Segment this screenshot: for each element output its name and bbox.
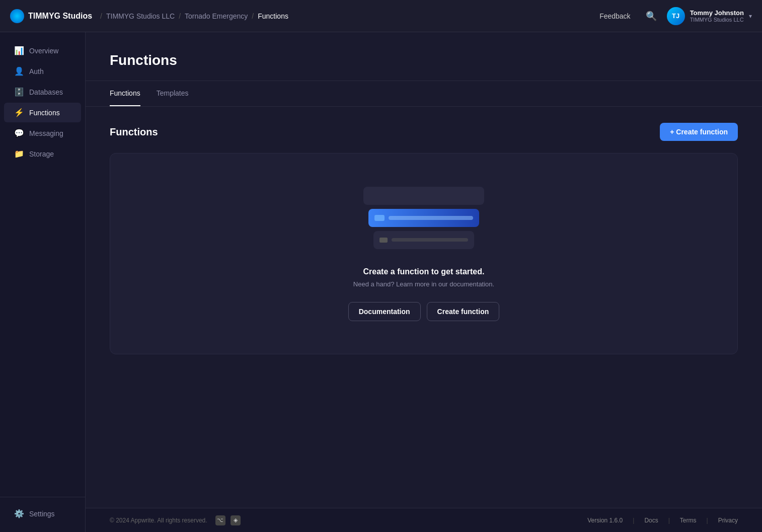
databases-icon: 🗄️: [14, 87, 24, 97]
avatar: TJ: [667, 7, 685, 25]
create-function-empty-button[interactable]: Create function: [427, 302, 500, 321]
footer-docs-link[interactable]: Docs: [644, 517, 658, 524]
sidebar-label-databases: Databases: [29, 88, 63, 96]
messaging-icon: 💬: [14, 128, 24, 138]
footer-terms-link[interactable]: Terms: [680, 517, 697, 524]
section-header: Functions + Create function: [110, 123, 738, 141]
section-title: Functions: [110, 126, 158, 138]
breadcrumb-sep-1: /: [100, 12, 102, 20]
illustration-dot: [374, 215, 385, 221]
footer-privacy-link[interactable]: Privacy: [718, 517, 738, 524]
functions-icon: ⚡: [14, 108, 24, 117]
illustration-row-bot: [373, 231, 474, 249]
empty-state-subtitle: Need a hand? Learn more in our documenta…: [353, 280, 494, 288]
empty-state-actions: Documentation Create function: [348, 302, 500, 321]
main-layout: 📊 Overview 👤 Auth 🗄️ Databases ⚡ Functio…: [0, 32, 762, 532]
footer: © 2024 Appwrite. All rights reserved. ⌥ …: [86, 508, 762, 532]
discord-icon[interactable]: ◈: [231, 515, 241, 525]
sidebar-label-auth: Auth: [29, 67, 44, 75]
breadcrumb: / TIMMYG Studios LLC / Tornado Emergency…: [100, 12, 288, 20]
breadcrumb-sep-3: /: [252, 12, 254, 20]
sidebar-item-overview[interactable]: 📊 Overview: [4, 41, 81, 60]
illustration: [363, 187, 484, 249]
sidebar-bottom: ⚙️ Settings: [0, 497, 85, 524]
illustration-row-top: [363, 187, 484, 205]
footer-version: Version 1.6.0: [587, 517, 623, 524]
breadcrumb-org[interactable]: TIMMYG Studios LLC: [106, 12, 175, 20]
breadcrumb-current: Functions: [258, 12, 288, 20]
create-function-button[interactable]: + Create function: [660, 123, 738, 141]
sidebar-label-settings: Settings: [29, 510, 55, 518]
user-name: Tommy Johnston: [690, 9, 744, 17]
top-navigation: TIMMYG Studios / TIMMYG Studios LLC / To…: [0, 0, 762, 32]
footer-icons: ⌥ ◈: [215, 515, 241, 525]
footer-copyright: © 2024 Appwrite. All rights reserved.: [110, 517, 207, 524]
empty-state-title: Create a function to get started.: [363, 267, 485, 276]
sidebar-label-overview: Overview: [29, 47, 58, 55]
storage-icon: 📁: [14, 149, 24, 159]
sidebar-item-auth[interactable]: 👤 Auth: [4, 61, 81, 81]
sidebar-label-functions: Functions: [29, 109, 60, 117]
empty-state-card: Create a function to get started. Need a…: [110, 153, 738, 354]
app-logo[interactable]: TIMMYG Studios: [10, 9, 92, 23]
tab-functions[interactable]: Functions: [110, 81, 140, 106]
footer-sep-1: |: [633, 517, 634, 524]
footer-right: Version 1.6.0 | Docs | Terms | Privacy: [587, 517, 738, 524]
sidebar-item-settings[interactable]: ⚙️ Settings: [4, 504, 81, 523]
chevron-down-icon: ▾: [749, 13, 752, 20]
github-icon[interactable]: ⌥: [215, 515, 225, 525]
footer-sep-3: |: [707, 517, 708, 524]
settings-icon: ⚙️: [14, 509, 24, 518]
logo-icon: [10, 9, 24, 23]
breadcrumb-project[interactable]: Tornado Emergency: [185, 12, 248, 20]
sidebar-label-storage: Storage: [29, 150, 54, 158]
page-header: Functions: [86, 32, 762, 81]
sidebar: 📊 Overview 👤 Auth 🗄️ Databases ⚡ Functio…: [0, 32, 86, 532]
sidebar-label-messaging: Messaging: [29, 129, 63, 137]
footer-left: © 2024 Appwrite. All rights reserved. ⌥ …: [110, 515, 241, 525]
tab-templates[interactable]: Templates: [157, 81, 189, 106]
user-menu[interactable]: TJ Tommy Johnston TIMMYG Studios LLC ▾: [667, 7, 752, 25]
illustration-row-mid: [368, 209, 479, 227]
app-name: TIMMYG Studios: [28, 12, 92, 21]
illustration-dot-sm: [379, 238, 388, 243]
sidebar-item-databases[interactable]: 🗄️ Databases: [4, 82, 81, 102]
sidebar-item-messaging[interactable]: 💬 Messaging: [4, 123, 81, 143]
search-button[interactable]: 🔍: [646, 11, 657, 22]
auth-icon: 👤: [14, 66, 24, 76]
illustration-line-sm: [392, 238, 468, 242]
user-org: TIMMYG Studios LLC: [690, 17, 744, 23]
breadcrumb-sep-2: /: [179, 12, 181, 20]
feedback-button[interactable]: Feedback: [594, 9, 635, 23]
inner-content: Functions + Create function: [86, 107, 762, 508]
overview-icon: 📊: [14, 46, 24, 55]
tabs-bar: Functions Templates: [86, 81, 762, 107]
footer-sep-2: |: [668, 517, 670, 524]
sidebar-item-storage[interactable]: 📁 Storage: [4, 144, 81, 164]
documentation-button[interactable]: Documentation: [348, 302, 421, 321]
topnav-right: Feedback 🔍 TJ Tommy Johnston TIMMYG Stud…: [594, 7, 752, 25]
page-title: Functions: [110, 52, 738, 68]
sidebar-item-functions[interactable]: ⚡ Functions: [4, 103, 81, 122]
content-area: Functions Functions Templates Functions …: [86, 32, 762, 532]
user-info: Tommy Johnston TIMMYG Studios LLC: [690, 9, 744, 23]
illustration-line: [389, 216, 473, 220]
